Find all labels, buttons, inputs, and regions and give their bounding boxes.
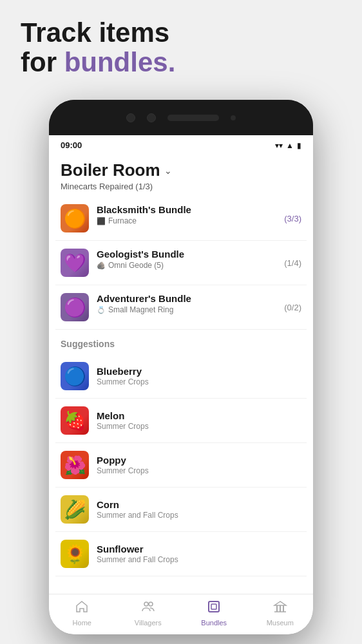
bundle-name-blacksmith: Blacksmith's Bundle [97, 204, 284, 215]
room-subtitle: Minecarts Repaired (1/3) [61, 182, 301, 191]
bundle-icon-adventurer: 🟣 [61, 293, 89, 321]
suggestion-info-sunflower: Sunflower Summer and Fall Crops [97, 544, 301, 564]
wifi-icon: ▾▾ [275, 141, 283, 150]
room-subtitle-label: Minecarts Repaired [61, 182, 133, 191]
phone-camera-bar [49, 100, 313, 135]
bundle-item[interactable]: 🟣 Adventurer's Bundle 💍 Small Magnet Rin… [55, 285, 307, 330]
suggestion-icon-blueberry: 🔵 [61, 362, 89, 390]
blacksmith-sprite: 🟠 [64, 208, 86, 229]
svg-point-0 [144, 602, 148, 606]
suggestion-info-poppy: Poppy Summer Crops [97, 455, 301, 475]
bundle-count-geologist: (1/4) [284, 258, 301, 268]
suggestion-icon-melon: 🍓 [61, 406, 89, 435]
phone-frame: 09:00 ▾▾ ▲ ▮ Boiler Room ⌄ Minecarts Rep… [49, 100, 313, 634]
bottom-nav: Home Villagers [49, 594, 313, 634]
adventurer-sprite: 🟣 [64, 297, 86, 318]
museum-icon [273, 600, 287, 617]
suggestion-item[interactable]: 🌺 Poppy Summer Crops [55, 443, 307, 488]
melon-sprite: 🍓 [64, 410, 86, 431]
status-bar: 09:00 ▾▾ ▲ ▮ [49, 135, 313, 153]
svg-rect-5 [280, 605, 281, 612]
room-title-row[interactable]: Boiler Room ⌄ [61, 160, 301, 180]
bundle-count-blacksmith: (3/3) [284, 214, 301, 223]
camera-pill [167, 115, 219, 121]
signal-icon: ▲ [286, 141, 294, 150]
room-header: Boiler Room ⌄ Minecarts Repaired (1/3) [49, 153, 313, 196]
screen-content[interactable]: Boiler Room ⌄ Minecarts Repaired (1/3) 🟠… [49, 153, 313, 594]
status-icons: ▾▾ ▲ ▮ [275, 141, 301, 150]
bundle-sub-geologist: 🪨 Omni Geode (5) [97, 261, 284, 270]
suggestion-category-melon: Summer Crops [97, 422, 301, 431]
bundle-info-blacksmith: Blacksmith's Bundle ⬛ Furnace [97, 204, 284, 225]
bundle-icon-blacksmith: 🟠 [61, 204, 89, 232]
suggestion-info-melon: Melon Summer Crops [97, 410, 301, 431]
furnace-icon: ⬛ [97, 217, 106, 225]
suggestion-item[interactable]: 🌽 Corn Summer and Fall Crops [55, 488, 307, 532]
suggestion-name-sunflower: Sunflower [97, 544, 301, 554]
bundle-icon-geologist: 💜 [61, 249, 89, 277]
camera-left [126, 113, 135, 122]
bundle-count-adventurer: (0/2) [284, 303, 301, 312]
app-header: Track items for bundles. [21, 18, 175, 77]
nav-label-home: Home [73, 619, 91, 627]
bundles-icon [207, 600, 221, 617]
nav-item-bundles[interactable]: Bundles [195, 600, 233, 627]
bundle-sub-label-blacksmith: Furnace [108, 216, 137, 225]
header-line2: for bundles. [21, 48, 175, 77]
header-accent: bundles. [64, 47, 176, 77]
bundle-info-geologist: Geologist's Bundle 🪨 Omni Geode (5) [97, 249, 284, 270]
nav-item-museum[interactable]: Museum [261, 600, 300, 627]
camera-dot [231, 115, 236, 120]
dropdown-icon[interactable]: ⌄ [164, 166, 172, 176]
nav-item-home[interactable]: Home [62, 600, 101, 627]
suggestion-name-poppy: Poppy [97, 455, 301, 466]
suggestion-icon-poppy: 🌺 [61, 451, 89, 479]
poppy-sprite: 🌺 [64, 455, 86, 476]
bundle-sub-adventurer: 💍 Small Magnet Ring [97, 305, 284, 314]
home-icon [75, 600, 89, 617]
suggestion-list: 🔵 Blueberry Summer Crops 🍓 Melon Summer … [49, 354, 313, 576]
suggestion-item[interactable]: 🍓 Melon Summer Crops [55, 399, 307, 443]
bundle-item[interactable]: 🟠 Blacksmith's Bundle ⬛ Furnace (3/3) [55, 196, 307, 241]
nav-label-bundles: Bundles [201, 619, 227, 627]
status-time: 09:00 [61, 140, 82, 150]
bundle-sub-label-geologist: Omni Geode (5) [108, 261, 164, 270]
suggestion-name-corn: Corn [97, 499, 301, 510]
geode-icon: 🪨 [97, 261, 106, 270]
bundle-sub-label-adventurer: Small Magnet Ring [108, 305, 173, 314]
header-line1: Track items [21, 18, 175, 48]
blueberry-sprite: 🔵 [64, 366, 86, 387]
geologist-sprite: 💜 [64, 252, 86, 274]
bundle-name-adventurer: Adventurer's Bundle [97, 293, 284, 304]
nav-item-villagers[interactable]: Villagers [129, 600, 167, 627]
svg-rect-3 [211, 604, 216, 609]
svg-rect-6 [283, 605, 284, 612]
suggestion-info-corn: Corn Summer and Fall Crops [97, 499, 301, 520]
bundle-sub-blacksmith: ⬛ Furnace [97, 216, 284, 225]
suggestion-name-melon: Melon [97, 410, 301, 421]
suggestion-item[interactable]: 🔵 Blueberry Summer Crops [55, 354, 307, 399]
bundle-info-adventurer: Adventurer's Bundle 💍 Small Magnet Ring [97, 293, 284, 314]
svg-rect-2 [209, 601, 219, 612]
header-prefix: for [21, 47, 64, 77]
suggestion-category-blueberry: Summer Crops [97, 377, 301, 386]
suggestion-icon-sunflower: 🌻 [61, 540, 89, 568]
room-subtitle-progress: (1/3) [135, 182, 153, 191]
corn-sprite: 🌽 [64, 499, 86, 520]
bundle-list: 🟠 Blacksmith's Bundle ⬛ Furnace (3/3) � [49, 196, 313, 330]
villagers-icon [141, 600, 155, 617]
battery-icon: ▮ [297, 141, 301, 150]
suggestion-item[interactable]: 🌻 Sunflower Summer and Fall Crops [55, 532, 307, 576]
sunflower-sprite: 🌻 [64, 544, 86, 565]
phone-screen: 09:00 ▾▾ ▲ ▮ Boiler Room ⌄ Minecarts Rep… [49, 135, 313, 634]
suggestion-category-poppy: Summer Crops [97, 466, 301, 475]
bundle-item[interactable]: 💜 Geologist's Bundle 🪨 Omni Geode (5) (1… [55, 241, 307, 285]
ring-icon: 💍 [97, 306, 106, 314]
nav-label-villagers: Villagers [135, 619, 162, 627]
suggestion-info-blueberry: Blueberry Summer Crops [97, 366, 301, 386]
svg-rect-4 [276, 605, 278, 612]
bundle-name-geologist: Geologist's Bundle [97, 249, 284, 260]
suggestions-header: Suggestions [49, 330, 313, 354]
suggestion-name-blueberry: Blueberry [97, 366, 301, 377]
nav-label-museum: Museum [267, 619, 294, 627]
